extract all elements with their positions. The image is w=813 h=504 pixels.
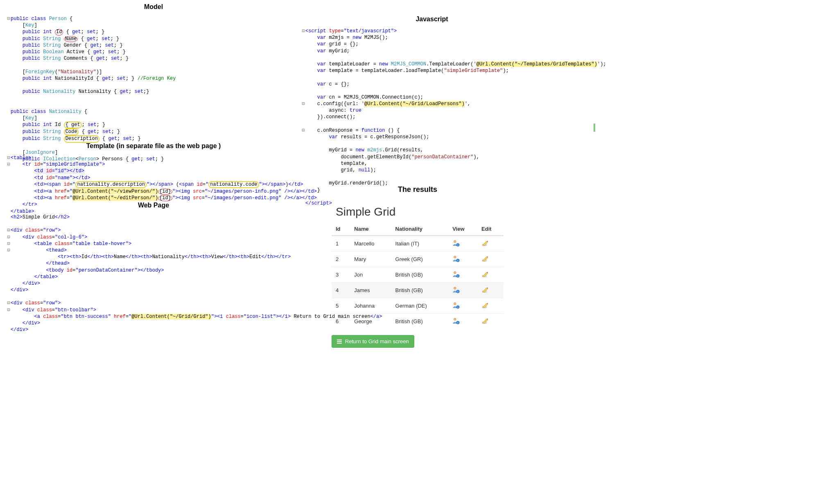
view-link[interactable]: i	[452, 257, 460, 263]
col-id: Id	[332, 223, 350, 236]
col-nat: Nationality	[391, 223, 449, 236]
cell-name: James	[350, 283, 391, 298]
view-link[interactable]: i	[452, 304, 460, 310]
person-info-icon: i	[452, 273, 460, 279]
table-header-row: Id Name Nationality View Edit	[332, 223, 504, 236]
edit-marker	[594, 124, 595, 132]
cell-nationality: British (GB)	[391, 267, 449, 283]
svg-point-12	[454, 287, 456, 289]
view-link[interactable]: i	[452, 288, 460, 295]
view-link[interactable]: i	[452, 242, 460, 248]
table-row[interactable]: 4JamesBritish (GB)i	[332, 283, 504, 298]
person-info-icon: i	[452, 257, 460, 263]
table-row[interactable]: 6GeorgeBritish (GB)i	[332, 314, 504, 329]
results-panel: The results Simple Grid Id Name National…	[332, 182, 504, 348]
table-row[interactable]: 3JonBritish (GB)i	[332, 267, 504, 283]
template-heading: Template (in separate file as the web pa…	[0, 139, 307, 153]
person-edit-icon	[481, 288, 489, 295]
list-icon	[337, 338, 343, 344]
person-edit-icon	[481, 242, 489, 248]
table-row[interactable]: 5JohannaGerman (DE)i	[332, 298, 504, 314]
table-row[interactable]: 2MaryGreek (GR)i	[332, 252, 504, 267]
cell-name: George	[350, 314, 391, 329]
svg-point-20	[454, 318, 456, 320]
svg-text:i: i	[458, 290, 458, 293]
cell-nationality: Greek (GR)	[391, 252, 449, 267]
person-edit-icon	[481, 273, 489, 279]
return-button[interactable]: Return to Grid main screen	[332, 335, 414, 348]
model-heading: Model	[0, 0, 307, 14]
cell-id: 2	[332, 252, 350, 267]
edit-link[interactable]	[481, 304, 489, 310]
svg-point-16	[454, 303, 456, 305]
person-info-icon: i	[452, 304, 460, 310]
svg-text:i: i	[458, 244, 458, 246]
svg-text:i: i	[458, 322, 458, 324]
results-table: Id Name Nationality View Edit 1MarcelloI…	[332, 223, 504, 329]
svg-rect-24	[337, 340, 342, 340]
results-title: Simple Grid	[336, 205, 504, 218]
svg-point-4	[454, 256, 456, 258]
view-link[interactable]: i	[452, 320, 460, 326]
edit-link[interactable]	[481, 320, 489, 326]
cell-nationality: British (GB)	[391, 283, 449, 298]
person-edit-icon	[481, 257, 489, 263]
cell-name: Marcello	[350, 236, 391, 252]
svg-point-0	[454, 241, 456, 243]
cell-name: Mary	[350, 252, 391, 267]
cell-name: Johanna	[350, 298, 391, 314]
person-edit-icon	[481, 320, 489, 326]
svg-text:i: i	[458, 275, 458, 277]
cell-nationality: British (GB)	[391, 314, 449, 329]
javascript-code: ⊟<script type="text/javascript"> var m2m…	[295, 26, 569, 208]
javascript-heading: Javascript	[295, 12, 569, 26]
cell-id: 4	[332, 283, 350, 298]
person-info-icon: i	[452, 288, 460, 295]
results-heading: The results	[332, 182, 504, 197]
person-info-icon: i	[452, 320, 460, 326]
cell-id: 6	[332, 314, 350, 329]
col-view: View	[448, 223, 477, 236]
webpage-code: <h2>Simple Grid</h2> ⊟<div class="row"> …	[0, 212, 307, 335]
svg-point-8	[454, 272, 456, 274]
edit-link[interactable]	[481, 273, 489, 279]
cell-nationality: German (DE)	[391, 298, 449, 314]
webpage-heading: Web Page	[0, 198, 307, 212]
cell-name: Jon	[350, 267, 391, 283]
javascript-panel: Javascript ⊟<script type="text/javascrip…	[295, 12, 569, 208]
edit-link[interactable]	[481, 288, 489, 295]
webpage-panel: Web Page <h2>Simple Grid</h2> ⊟<div clas…	[0, 198, 307, 335]
view-link[interactable]: i	[452, 273, 460, 279]
cell-id: 3	[332, 267, 350, 283]
col-name: Name	[350, 223, 391, 236]
svg-text:i: i	[458, 259, 458, 262]
cell-id: 1	[332, 236, 350, 252]
cell-id: 5	[332, 298, 350, 314]
person-edit-icon	[481, 304, 489, 310]
col-edit: Edit	[477, 223, 504, 236]
cell-nationality: Italian (IT)	[391, 236, 449, 252]
return-button-label: Return to Grid main screen	[345, 338, 409, 344]
svg-rect-26	[337, 343, 342, 344]
table-row[interactable]: 1MarcelloItalian (IT)i	[332, 236, 504, 252]
svg-text:i: i	[458, 306, 458, 308]
edit-link[interactable]	[481, 242, 489, 248]
edit-link[interactable]	[481, 257, 489, 263]
person-info-icon: i	[452, 242, 460, 248]
svg-rect-25	[337, 341, 342, 342]
